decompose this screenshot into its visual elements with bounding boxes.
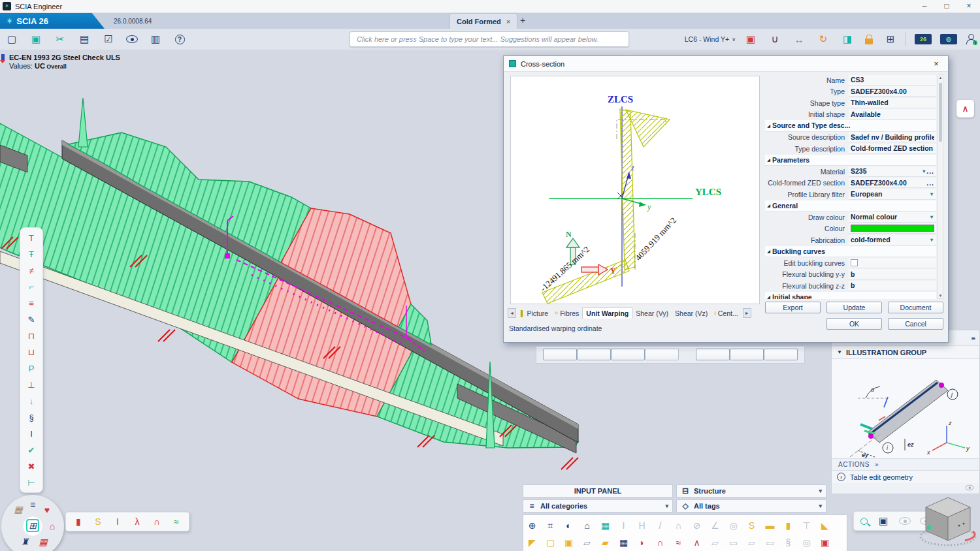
property-row[interactable]: ◢ Initial shape Available ▾ ... (765, 109, 936, 121)
property-brush-icon[interactable]: ✎ (24, 313, 39, 325)
curved-member-icon[interactable]: ⌐ (24, 281, 39, 292)
property-row[interactable]: ◢ Parameters ▾ ... (765, 155, 936, 166)
curved-beam-icon[interactable]: ≈ (171, 515, 182, 528)
property-row[interactable]: ◢ Source description Sadef nv / Building… (765, 132, 936, 144)
frame-icon[interactable]: ⌂ (581, 520, 593, 532)
regenerate-icon[interactable]: ↻ (817, 33, 830, 46)
predefined-slab-icon[interactable]: ▦ (617, 537, 630, 549)
plane-icon-2[interactable]: ▭ (727, 537, 740, 549)
manager-button[interactable] (645, 349, 679, 360)
favourites-icon[interactable]: ♥ (41, 503, 54, 516)
diagonal-member-icon[interactable]: / (654, 520, 666, 532)
property-row[interactable]: ◢ Fabrication cold-formed ▾ ... (765, 234, 936, 246)
workstation-center-icon[interactable]: ⊞ (26, 519, 39, 532)
group-expand-icon[interactable]: ◢ (765, 294, 772, 299)
property-row[interactable]: ◢ Profile Library filter European ▾ ... (765, 189, 936, 200)
navigation-cube[interactable] (918, 494, 980, 549)
brand-tab[interactable]: ✶ SCIA 26 (0, 13, 105, 29)
plane-icon-4[interactable]: ▭ (764, 537, 776, 549)
beam-support-icon[interactable]: ≠ (24, 264, 39, 276)
group-expand-icon[interactable]: ◢ (765, 157, 772, 162)
help-icon[interactable]: ? (173, 33, 186, 46)
dropdown-icon[interactable]: ▾ (929, 214, 934, 220)
visibility-toggle-icon[interactable] (966, 485, 974, 490)
group-expand-icon[interactable]: ◢ (765, 249, 772, 253)
picture-tab[interactable]: Shear (Vy) (632, 307, 672, 319)
tab-cold-formed[interactable]: Cold Formed × (449, 13, 517, 29)
dropdown-icon[interactable]: ▾ (929, 237, 934, 243)
manager-button[interactable] (696, 349, 730, 360)
haunch-icon[interactable]: S (745, 520, 758, 532)
grid-icon[interactable]: ⌗ (544, 520, 557, 532)
manager-button[interactable] (764, 349, 798, 360)
selection-filter-icon[interactable]: ▣ (744, 33, 757, 46)
dropdown-icon[interactable]: ▾ (929, 191, 934, 197)
documentation-icon[interactable]: ▥ (149, 33, 162, 46)
column-member-icon[interactable]: H (636, 520, 648, 532)
maximize-view-icon[interactable]: ⊞ (884, 33, 897, 46)
command-search-input[interactable] (350, 31, 629, 47)
manager-button[interactable] (730, 349, 764, 360)
property-row[interactable]: ◢ Draw colour Normal colour ▾ ... (765, 212, 936, 223)
scrollbar-thumb[interactable] (939, 83, 942, 142)
cross-section-icon[interactable]: I (24, 428, 39, 439)
measure-icon[interactable]: ↔ (792, 33, 806, 46)
ribbed-slab-icon[interactable]: ▰ (599, 537, 612, 549)
update-button[interactable]: Update (826, 302, 882, 313)
buckling-column-icon[interactable]: λ (131, 515, 143, 528)
spiral-plate-icon[interactable]: ◎ (800, 537, 813, 549)
load-panel-icon[interactable]: ▣ (819, 537, 831, 549)
projection-icon[interactable]: ↓ (24, 395, 39, 407)
open-project-icon[interactable]: ▣ (29, 33, 42, 46)
property-row[interactable]: ◢ Type description Cold-formed ZED secti… (765, 143, 936, 155)
opening-icon[interactable]: ⊓ (24, 330, 39, 341)
property-row[interactable]: ◢ Flexural buckling y-y b ▾ ... (765, 269, 936, 281)
spring-icon[interactable]: § (24, 411, 39, 423)
input-panel-header[interactable]: INPUT PANEL (523, 484, 673, 497)
manager-button[interactable] (543, 349, 577, 360)
group-expand-icon[interactable]: ◢ (765, 123, 772, 128)
circle-member-icon[interactable]: ⊘ (691, 520, 703, 532)
checkbox[interactable] (851, 259, 858, 266)
cross-section-dialog[interactable]: Cross-section × (503, 55, 949, 343)
dome-shell-icon[interactable]: ∩ (654, 537, 666, 549)
maximize-button[interactable]: □ (936, 0, 958, 12)
line-grid-icon[interactable]: ≡ (24, 297, 39, 309)
snapshot-badge[interactable]: ◎ (940, 34, 957, 44)
delete-item-icon[interactable]: ✖ (24, 460, 39, 472)
arc-member-icon[interactable]: ∩ (672, 520, 685, 532)
base-frame-icon[interactable]: ⊔ (24, 346, 39, 358)
user-account-icon[interactable] (966, 34, 976, 44)
materials-icon[interactable]: ▦ (12, 503, 25, 516)
property-row[interactable]: ◢ Material S235 ▾ ... (765, 166, 936, 178)
more-options-icon[interactable]: ... (926, 179, 934, 187)
view-3d-icon[interactable]: ▣ (877, 514, 890, 527)
manager-button[interactable] (577, 349, 611, 360)
eccentricity-icon[interactable]: ⊥ (24, 379, 39, 390)
property-row[interactable]: ◢ Colour ▾ ... (765, 223, 936, 235)
plane-icon-3[interactable]: ▱ (745, 537, 758, 549)
collapse-panel-icon[interactable]: ∧ (956, 100, 974, 118)
workstation-selector[interactable]: ⊟ Structure ▾ (676, 484, 826, 497)
picture-tab[interactable]: Shear (Vz) (672, 307, 711, 319)
arch-icon[interactable]: ∩ (151, 515, 163, 528)
cancel-button[interactable]: Cancel (888, 318, 943, 330)
slab-icon[interactable]: ▱ (581, 537, 593, 549)
supports-icon[interactable]: ♜ (18, 535, 31, 548)
property-row[interactable]: ◢ General ▾ ... (765, 200, 936, 212)
catalog-block-icon[interactable]: ▦ (599, 520, 612, 532)
visibility-icon[interactable] (126, 35, 138, 43)
load-groups-icon[interactable]: ≡ (26, 498, 39, 511)
tools-icon[interactable]: ✂ (54, 33, 67, 46)
structure-frame-icon[interactable]: ⌂ (46, 520, 59, 533)
close-dialog-icon[interactable]: × (930, 59, 943, 69)
tabs-scroll-left-icon[interactable]: ◄ (508, 308, 516, 318)
twist-icon[interactable]: § (782, 537, 794, 549)
hidden-line-view-icon[interactable] (899, 517, 911, 525)
tabs-scroll-right-icon[interactable]: ► (743, 308, 751, 318)
version-2g-badge[interactable]: 26 (915, 34, 932, 44)
results-lock-icon[interactable] (865, 39, 873, 44)
axis-system-icon[interactable]: ⊕ (526, 520, 538, 532)
cantilever-icon[interactable]: ⊤ (800, 520, 813, 532)
print-icon[interactable]: ▤ (78, 33, 91, 46)
